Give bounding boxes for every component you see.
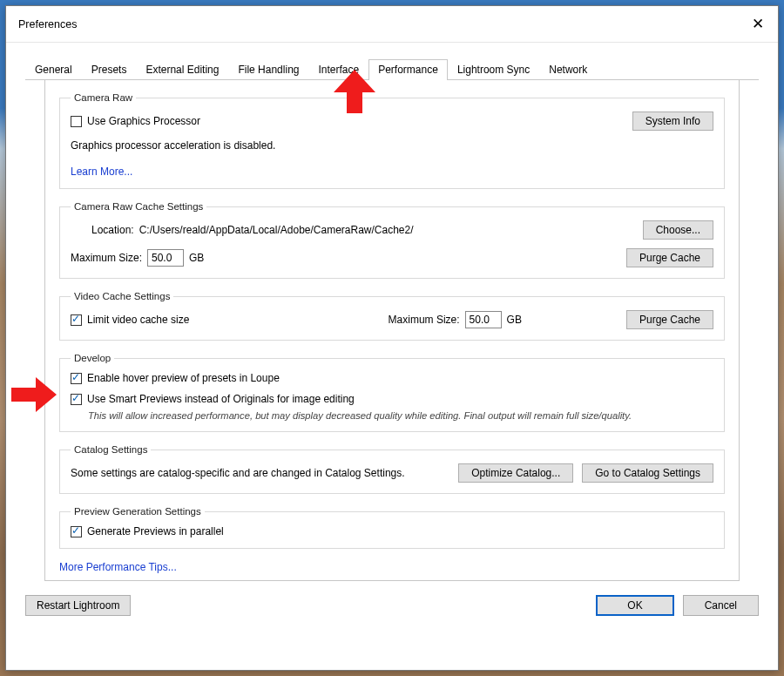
- cache-location-label: Location:: [91, 224, 134, 236]
- group-video-cache: Video Cache Settings Limit video cache s…: [59, 291, 725, 341]
- generate-parallel-checkbox[interactable]: [71, 526, 82, 537]
- smart-previews-label: Use Smart Previews instead of Originals …: [87, 393, 355, 405]
- group-develop-legend: Develop: [71, 353, 114, 363]
- close-icon: ✕: [752, 15, 764, 33]
- group-preview-generation-legend: Preview Generation Settings: [71, 506, 205, 517]
- use-gpu-label: Use Graphics Processor: [87, 115, 200, 127]
- window-title: Preferences: [18, 18, 77, 30]
- tabstrip-container: General Presets External Editing File Ha…: [6, 43, 778, 581]
- purge-cache-button[interactable]: Purge Cache: [626, 248, 713, 267]
- tab-file-handling[interactable]: File Handling: [228, 59, 308, 80]
- group-camera-raw: Camera Raw Use Graphics Processor System…: [59, 92, 725, 189]
- cancel-button[interactable]: Cancel: [683, 595, 759, 616]
- hover-preview-checkbox[interactable]: [71, 373, 82, 384]
- group-catalog-settings-legend: Catalog Settings: [71, 444, 151, 455]
- group-catalog-settings: Catalog Settings Some settings are catal…: [59, 444, 725, 494]
- close-button[interactable]: ✕: [738, 6, 778, 42]
- tab-presets[interactable]: Presets: [82, 59, 137, 80]
- tab-performance[interactable]: Performance: [368, 59, 448, 80]
- tabpage-performance: Camera Raw Use Graphics Processor System…: [44, 80, 740, 581]
- group-develop: Develop Enable hover preview of presets …: [59, 353, 725, 432]
- system-info-button[interactable]: System Info: [632, 112, 713, 131]
- learn-more-link[interactable]: Learn More...: [71, 166, 132, 178]
- tab-external-editing[interactable]: External Editing: [136, 59, 228, 80]
- catalog-settings-text: Some settings are catalog-specific and a…: [71, 467, 405, 479]
- restart-lightroom-button[interactable]: Restart Lightroom: [25, 595, 131, 616]
- cache-max-size-input[interactable]: [147, 249, 184, 267]
- goto-catalog-settings-button[interactable]: Go to Catalog Settings: [582, 463, 713, 483]
- tab-general[interactable]: General: [25, 59, 82, 80]
- dialog-footer: Restart Lightroom OK Cancel: [6, 581, 778, 630]
- choose-cache-button[interactable]: Choose...: [643, 220, 713, 240]
- ok-button[interactable]: OK: [596, 595, 673, 616]
- limit-video-cache-label: Limit video cache size: [87, 314, 189, 326]
- purge-video-cache-button[interactable]: Purge Cache: [626, 310, 713, 329]
- tab-network[interactable]: Network: [539, 59, 597, 80]
- group-camera-raw-legend: Camera Raw: [71, 92, 136, 103]
- smart-previews-checkbox[interactable]: [71, 394, 82, 405]
- smart-previews-hint: This will allow increased performance, b…: [88, 410, 713, 421]
- cache-max-size-label: Maximum Size:: [71, 252, 142, 264]
- tab-lightroom-sync[interactable]: Lightroom Sync: [448, 59, 539, 80]
- tab-interface[interactable]: Interface: [308, 59, 368, 80]
- group-video-cache-legend: Video Cache Settings: [71, 291, 173, 301]
- group-preview-generation: Preview Generation Settings Generate Pre…: [59, 506, 725, 549]
- video-cache-max-size-label: Maximum Size:: [389, 314, 460, 326]
- more-performance-tips-link[interactable]: More Performance Tips...: [59, 561, 177, 573]
- generate-parallel-label: Generate Previews in parallel: [87, 525, 224, 537]
- titlebar: Preferences ✕: [6, 6, 778, 43]
- preferences-window: Preferences ✕ General Presets External E…: [5, 5, 779, 671]
- video-cache-gb-label: GB: [507, 314, 522, 326]
- hover-preview-label: Enable hover preview of presets in Loupe: [87, 372, 280, 384]
- video-cache-max-size-input[interactable]: [465, 311, 502, 328]
- optimize-catalog-button[interactable]: Optimize Catalog...: [458, 463, 573, 483]
- tabstrip: General Presets External Editing File Ha…: [25, 58, 759, 80]
- use-gpu-checkbox[interactable]: [71, 116, 82, 127]
- limit-video-cache-checkbox[interactable]: [71, 314, 82, 326]
- group-camera-raw-cache: Camera Raw Cache Settings Location: C:/U…: [59, 201, 725, 279]
- cache-gb-label: GB: [189, 252, 204, 264]
- group-camera-raw-cache-legend: Camera Raw Cache Settings: [71, 201, 206, 212]
- cache-location-value: C:/Users/reald/AppData/Local/Adobe/Camer…: [139, 224, 414, 236]
- gpu-status-text: Graphics processor acceleration is disab…: [71, 139, 275, 152]
